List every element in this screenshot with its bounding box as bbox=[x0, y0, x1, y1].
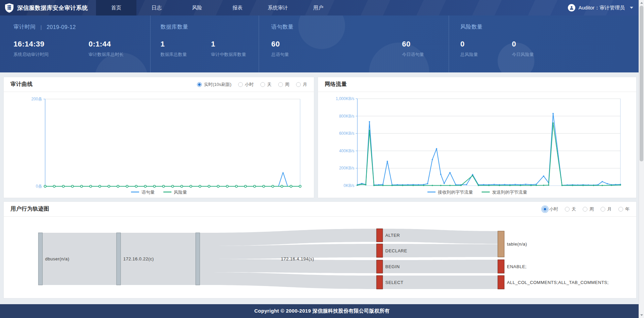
app-title: 深信服数据库安全审计系统 bbox=[17, 4, 88, 12]
copyright-footer: Copyright © 2000-2019 深信服科技股份有限公司版权所有 bbox=[0, 304, 644, 318]
radio-icon bbox=[238, 82, 243, 87]
stat-system-start-time: 16:14:39 系统启动审计时间 bbox=[13, 40, 89, 58]
radio-week[interactable]: 周 bbox=[583, 206, 594, 212]
panel-title-network-traffic: 网络流量 bbox=[325, 81, 347, 88]
main-nav: 首页 日志 风险 报表 系统审计 用户 bbox=[96, 0, 339, 15]
svg-text:语句量: 语句量 bbox=[141, 190, 155, 195]
svg-text:SELECT: SELECT bbox=[385, 280, 404, 285]
user-label: Auditor：审计管理员 bbox=[578, 5, 625, 11]
svg-text:ALL_COL_COMMENTS;ALL_TAB_COMME: ALL_COL_COMMENTS;ALL_TAB_COMMENTS; bbox=[507, 280, 609, 285]
radio-realtime[interactable]: 实时(10s刷新) bbox=[197, 82, 231, 88]
svg-text:table(n/a): table(n/a) bbox=[507, 242, 527, 247]
svg-text:ENABLE;: ENABLE; bbox=[507, 264, 526, 269]
radio-icon bbox=[601, 207, 605, 212]
user-behavior-panel: 用户行为轨迹图 小时 天 周 月 年 dbuser(n/a)172.16.0.2… bbox=[3, 201, 637, 298]
user-menu[interactable]: Auditor：审计管理员 bbox=[568, 0, 633, 15]
nav-tab-reports[interactable]: 报表 bbox=[217, 0, 258, 15]
network-traffic-panel: 网络流量 1,000KB/s800KB/s600KB/s400KB/s200KB… bbox=[318, 77, 637, 198]
behavior-sankey-diagram: dbuser(n/a)172.16.0.22(c)172.16.4.194(s)… bbox=[4, 217, 636, 299]
stat-section-audit-time: 审计时间 | 2019-09-12 16:14:39 系统启动审计时间 0:1:… bbox=[0, 15, 151, 72]
scroll-up-icon[interactable] bbox=[639, 0, 644, 6]
radio-icon bbox=[618, 207, 623, 212]
svg-text:200条: 200条 bbox=[31, 97, 42, 101]
radio-icon bbox=[278, 82, 283, 87]
network-line-chart: 1,000KB/s800KB/s600KB/s400KB/s200KB/s0KB… bbox=[318, 92, 637, 199]
nav-tab-home[interactable]: 首页 bbox=[96, 0, 136, 15]
stat-statements-total: 60 总语句量 bbox=[271, 40, 402, 58]
radio-icon bbox=[543, 207, 547, 212]
app-brand: 深信服数据库安全审计系统 bbox=[0, 3, 90, 13]
section-title: 数据库数量 bbox=[160, 24, 188, 31]
svg-text:ALTER: ALTER bbox=[385, 233, 400, 238]
panel-title-user-behavior: 用户行为轨迹图 bbox=[10, 205, 50, 213]
nav-tab-logs[interactable]: 日志 bbox=[136, 0, 177, 15]
nav-tab-risk[interactable]: 风险 bbox=[177, 0, 217, 15]
svg-text:200KB/s: 200KB/s bbox=[339, 166, 354, 170]
radio-week[interactable]: 周 bbox=[278, 82, 289, 88]
section-title: 审计时间 bbox=[13, 24, 36, 31]
svg-text:BEGIN: BEGIN bbox=[385, 264, 400, 269]
audit-line-chart: 200条0条语句量风险量 bbox=[4, 92, 315, 199]
svg-text:0条: 0条 bbox=[36, 184, 42, 189]
scroll-down-icon[interactable] bbox=[639, 312, 644, 318]
svg-text:172.16.0.22(c): 172.16.0.22(c) bbox=[123, 256, 154, 261]
nav-tab-users[interactable]: 用户 bbox=[298, 0, 339, 15]
stat-risks-total: 0 总风险量 bbox=[460, 40, 512, 58]
nav-tab-system-audit[interactable]: 系统审计 bbox=[258, 0, 298, 15]
stat-audit-duration: 0:1:44 审计数据库总时长 bbox=[89, 40, 124, 58]
section-title: 语句数量 bbox=[271, 24, 294, 31]
shield-logo-icon bbox=[5, 3, 14, 13]
panel-title-audit-curve: 审计曲线 bbox=[10, 81, 33, 88]
stat-risks-today: 0 今日风险量 bbox=[512, 40, 534, 58]
copyright-text: Copyright © 2000-2019 深信服科技股份有限公司版权所有 bbox=[254, 308, 390, 314]
stat-section-databases: 数据库数量 1 数据库总数量 1 审计中数据库数量 bbox=[151, 15, 259, 72]
audit-date: 2019-09-12 bbox=[46, 24, 76, 30]
svg-text:400KB/s: 400KB/s bbox=[339, 149, 354, 153]
svg-text:0KB/s: 0KB/s bbox=[344, 183, 354, 188]
audit-interval-radios: 实时(10s刷新) 小时 天 周 月 bbox=[197, 82, 307, 88]
stat-db-total: 1 数据库总数量 bbox=[160, 40, 211, 58]
chevron-down-icon bbox=[630, 7, 633, 9]
radio-day[interactable]: 天 bbox=[565, 206, 576, 212]
svg-text:DECLARE: DECLARE bbox=[385, 248, 407, 253]
radio-hour[interactable]: 小时 bbox=[238, 82, 254, 88]
stats-bar: 审计时间 | 2019-09-12 16:14:39 系统启动审计时间 0:1:… bbox=[0, 15, 644, 72]
radio-icon bbox=[260, 82, 265, 87]
radio-hour[interactable]: 小时 bbox=[543, 206, 558, 212]
radio-year[interactable]: 年 bbox=[618, 206, 630, 212]
radio-icon bbox=[565, 207, 570, 212]
radio-icon bbox=[197, 82, 202, 87]
scrollbar-thumb[interactable] bbox=[640, 6, 643, 161]
user-avatar-icon bbox=[568, 4, 575, 11]
radio-month[interactable]: 月 bbox=[601, 206, 612, 212]
separator: | bbox=[40, 24, 42, 30]
top-navbar: 深信服数据库安全审计系统 首页 日志 风险 报表 系统审计 用户 Auditor… bbox=[0, 0, 644, 15]
radio-day[interactable]: 天 bbox=[260, 82, 271, 88]
stat-section-statements: 语句数量 60 总语句量 60 今日语句量 bbox=[259, 15, 449, 72]
svg-text:接收到的字节流量: 接收到的字节流量 bbox=[438, 190, 473, 195]
svg-text:风险量: 风险量 bbox=[174, 190, 187, 195]
section-title: 风险数量 bbox=[460, 24, 483, 31]
radio-icon bbox=[296, 82, 301, 87]
radio-month[interactable]: 月 bbox=[296, 82, 307, 88]
stat-statements-today: 60 今日语句量 bbox=[402, 40, 424, 58]
svg-text:发送到的字节流量: 发送到的字节流量 bbox=[492, 190, 527, 195]
svg-text:800KB/s: 800KB/s bbox=[339, 114, 354, 119]
behavior-interval-radios: 小时 天 周 月 年 bbox=[543, 206, 630, 212]
stat-db-auditing: 1 审计中数据库数量 bbox=[211, 40, 246, 58]
svg-text:600KB/s: 600KB/s bbox=[339, 131, 354, 136]
radio-icon bbox=[583, 207, 587, 212]
svg-text:1,000KB/s: 1,000KB/s bbox=[336, 96, 354, 101]
stat-section-risks: 风险数量 0 总风险量 0 今日风险量 bbox=[449, 15, 644, 72]
page-scrollbar[interactable] bbox=[639, 0, 644, 318]
svg-text:172.16.4.194(s): 172.16.4.194(s) bbox=[281, 256, 314, 261]
svg-text:dbuser(n/a): dbuser(n/a) bbox=[45, 256, 69, 261]
audit-curve-panel: 审计曲线 实时(10s刷新) 小时 天 周 月 200条0条语句量风险量 bbox=[3, 77, 314, 198]
